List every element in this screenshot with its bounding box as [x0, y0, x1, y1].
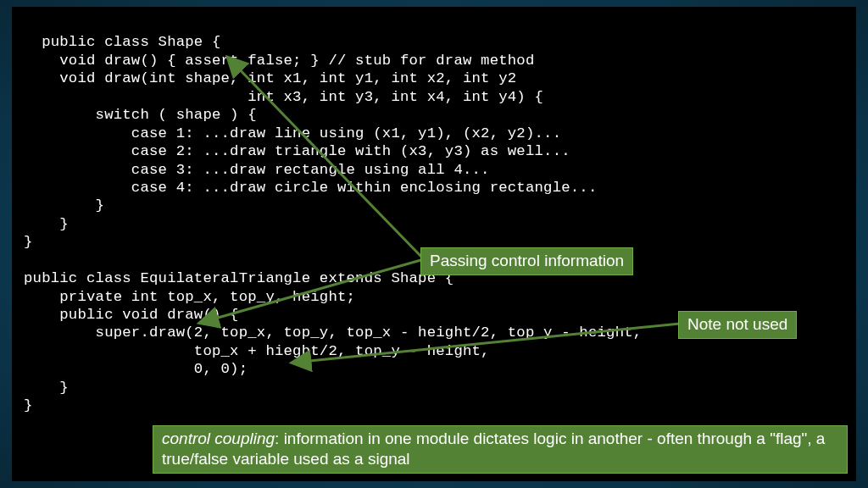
code-block: public class Shape { void draw() { asser… — [12, 7, 856, 481]
callout-text: Note not used — [687, 315, 787, 333]
callout-text: Passing control information — [430, 252, 624, 269]
callout-passing-control: Passing control information — [420, 247, 633, 275]
code-text: public class Shape { void draw() { asser… — [24, 34, 642, 413]
definition-term: control coupling — [162, 430, 275, 447]
callout-definition: control coupling: information in one mod… — [153, 425, 848, 474]
callout-note-not-used: Note not used — [678, 311, 797, 339]
